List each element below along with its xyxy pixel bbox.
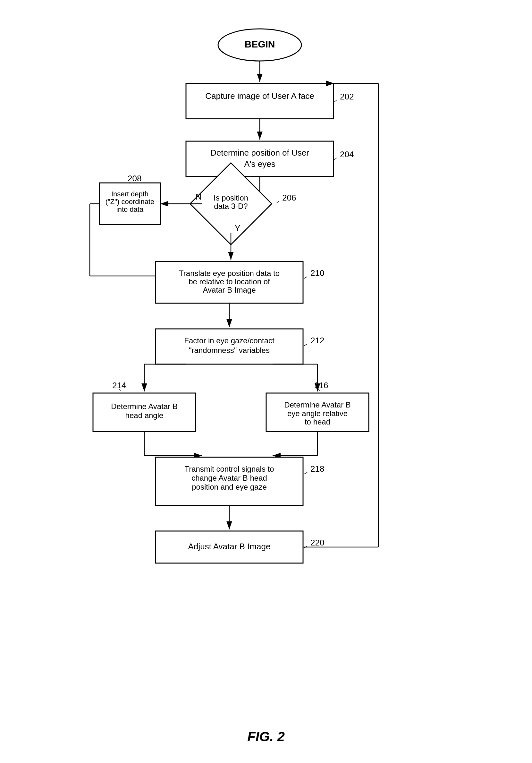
svg-text:be relative to location of: be relative to location of: [189, 277, 270, 286]
svg-text:"randomness" variables: "randomness" variables: [189, 346, 270, 355]
svg-line-69: [304, 472, 307, 474]
svg-line-19: [276, 201, 279, 203]
svg-rect-4: [186, 83, 333, 119]
svg-text:206: 206: [282, 193, 296, 202]
svg-text:head angle: head angle: [125, 411, 163, 420]
svg-text:212: 212: [310, 336, 324, 345]
svg-line-50: [119, 389, 121, 391]
svg-text:204: 204: [340, 150, 354, 159]
svg-text:Translate eye position data to: Translate eye position data to: [179, 269, 280, 277]
svg-text:Determine position of User: Determine position of User: [210, 148, 309, 158]
svg-text:Transmit control signals to: Transmit control signals to: [184, 465, 274, 473]
svg-line-55: [318, 389, 320, 391]
svg-line-13: [334, 158, 337, 160]
svg-text:into data: into data: [116, 205, 143, 213]
svg-rect-64: [155, 457, 303, 505]
svg-text:eye angle relative: eye angle relative: [287, 409, 347, 418]
flowchart-diagram: BEGIN Capture image of User A face 202 D…: [74, 13, 459, 719]
svg-rect-71: [155, 531, 303, 563]
svg-text:Capture image of User A face: Capture image of User A face: [205, 91, 314, 101]
svg-text:Factor in eye gaze/contact: Factor in eye gaze/contact: [184, 336, 275, 345]
svg-text:N: N: [196, 192, 202, 201]
svg-text:Is position: Is position: [213, 193, 248, 202]
svg-rect-22: [99, 183, 160, 225]
svg-text:data 3-D?: data 3-D?: [214, 202, 247, 210]
svg-line-74: [304, 546, 307, 548]
svg-text:position and eye gaze: position and eye gaze: [192, 483, 267, 491]
svg-line-7: [334, 100, 337, 102]
svg-rect-33: [155, 262, 303, 303]
svg-rect-56: [266, 393, 369, 432]
svg-text:214: 214: [112, 381, 126, 390]
svg-text:202: 202: [340, 92, 354, 101]
svg-rect-51: [93, 393, 196, 432]
svg-rect-9: [186, 141, 333, 176]
svg-line-44: [304, 344, 307, 346]
svg-text:Insert depth: Insert depth: [111, 190, 148, 198]
svg-text:216: 216: [314, 381, 328, 390]
svg-text:BEGIN: BEGIN: [244, 39, 275, 50]
svg-text:Avatar B Image: Avatar B Image: [203, 285, 256, 294]
svg-text:218: 218: [310, 464, 324, 474]
svg-text:change Avatar B head: change Avatar B head: [191, 474, 267, 482]
svg-text:210: 210: [310, 268, 324, 278]
svg-line-38: [304, 276, 307, 278]
svg-text:220: 220: [310, 538, 324, 547]
svg-rect-40: [155, 329, 303, 364]
svg-rect-15: [190, 163, 272, 245]
svg-text:("Z") coordinate: ("Z") coordinate: [105, 198, 154, 206]
svg-text:A's eyes: A's eyes: [244, 159, 275, 169]
svg-text:Determine Avatar B: Determine Avatar B: [111, 402, 178, 411]
svg-text:Y: Y: [235, 223, 240, 233]
svg-text:208: 208: [128, 173, 141, 183]
svg-text:Adjust Avatar B Image: Adjust Avatar B Image: [188, 542, 270, 551]
svg-point-1: [218, 29, 302, 61]
figure-caption: FIG. 2: [247, 729, 285, 744]
svg-text:to head: to head: [304, 417, 330, 426]
svg-text:Determine Avatar B: Determine Avatar B: [284, 400, 351, 409]
